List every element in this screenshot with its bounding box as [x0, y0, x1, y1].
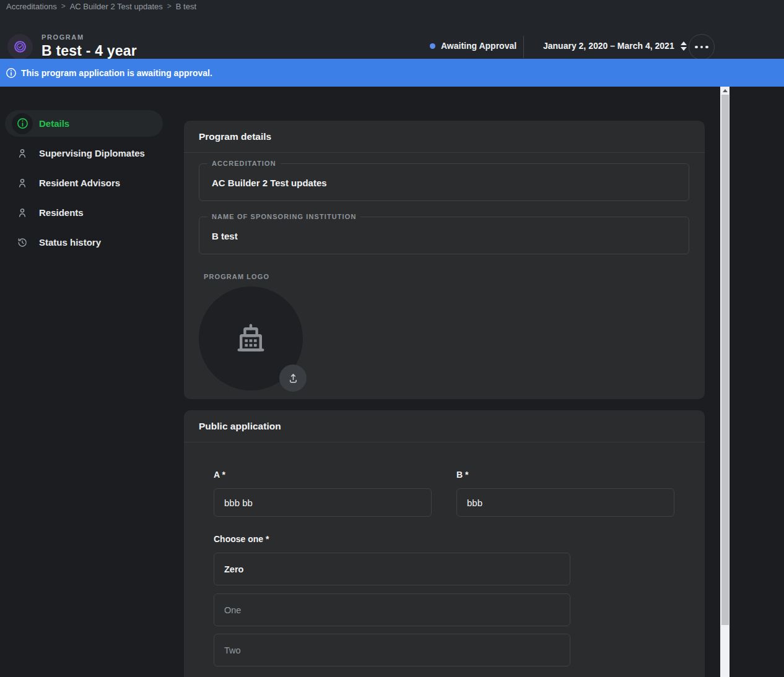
sidebar-item-residents[interactable]: Residents [5, 199, 163, 226]
sidebar-item-label: Residents [39, 207, 84, 218]
upload-logo-button[interactable] [279, 364, 307, 392]
field-label: ACCREDITATION [207, 160, 281, 167]
field-b-label: B * [456, 470, 468, 480]
person-icon [12, 173, 33, 194]
top-bar: Accreditations > AC Builder 2 Test updat… [0, 0, 784, 12]
scrollbar-thumb[interactable] [721, 95, 729, 625]
sidebar-item-label: Status history [39, 237, 101, 248]
sidebar-item-label: Details [39, 118, 69, 129]
badge-icon [13, 40, 27, 54]
choose-one-option-two[interactable]: Two [214, 634, 570, 666]
person-icon [12, 202, 33, 223]
card-title: Program details [199, 131, 271, 142]
approval-banner: This program application is awaiting app… [0, 59, 784, 87]
program-logo-label: PROGRAM LOGO [204, 273, 269, 280]
accreditation-field[interactable]: ACCREDITATION AC Builder 2 Test updates [199, 163, 689, 201]
card-header: Public application [184, 410, 705, 442]
sponsoring-institution-field[interactable]: NAME OF SPONSORING INSTITUTION B test [199, 217, 689, 254]
choose-one-label: Choose one * [214, 534, 269, 544]
field-b-input[interactable]: bbb [456, 488, 674, 517]
field-value: B test [212, 230, 238, 241]
more-actions-button[interactable] [689, 34, 715, 60]
breadcrumb-current: B test [176, 2, 196, 11]
choose-one-option-one[interactable]: One [214, 593, 570, 626]
field-label: NAME OF SPONSORING INSTITUTION [207, 213, 360, 220]
sidebar-item-status-history[interactable]: Status history [5, 229, 163, 256]
breadcrumb-accreditation-name[interactable]: AC Builder 2 Test updates [70, 2, 163, 11]
history-icon [12, 232, 33, 253]
upload-icon [287, 373, 299, 384]
program-avatar [7, 34, 33, 59]
sidebar-item-details[interactable]: Details [5, 110, 163, 137]
vertical-scrollbar[interactable] [720, 87, 730, 677]
building-icon [230, 318, 271, 359]
page-header: PROGRAM B test - 4 year Awaiting Approva… [0, 12, 784, 59]
choose-one-option-zero[interactable]: Zero [214, 553, 570, 585]
banner-message: This program application is awaiting app… [21, 68, 212, 78]
date-range-selector[interactable]: January 2, 2020 – March 4, 2021 [543, 41, 687, 51]
page-title: B test - 4 year [41, 43, 137, 59]
scrollbar-up-arrow[interactable] [720, 87, 730, 95]
program-type-label: PROGRAM [41, 33, 137, 41]
field-value: AC Builder 2 Test updates [212, 177, 327, 188]
public-application-card: Public application A * B * bbb bb bbb Ch… [184, 410, 705, 677]
breadcrumb: Accreditations > AC Builder 2 Test updat… [6, 2, 196, 11]
date-range-label: January 2, 2020 – March 4, 2021 [543, 41, 674, 51]
status-dot-icon [430, 43, 435, 49]
breadcrumb-separator: > [61, 2, 66, 11]
breadcrumb-separator: > [167, 2, 172, 11]
field-a-input[interactable]: bbb bb [214, 488, 432, 517]
status-label: Awaiting Approval [441, 41, 516, 51]
ellipsis-icon [695, 46, 698, 49]
chevron-updown-icon [681, 41, 687, 51]
field-a-label: A * [214, 470, 225, 480]
status-badge: Awaiting Approval [430, 41, 516, 51]
main-content: Details Supervising Diplomates Resident … [0, 87, 784, 677]
card-header: Program details [184, 121, 705, 153]
sidebar-item-label: Supervising Diplomates [39, 148, 145, 158]
sidebar-item-label: Resident Advisors [39, 178, 120, 188]
sidebar-item-resident-advisors[interactable]: Resident Advisors [5, 170, 163, 196]
program-details-card: Program details ACCREDITATION AC Builder… [184, 121, 705, 399]
person-icon [12, 143, 33, 164]
info-icon [12, 113, 33, 134]
breadcrumb-accreditations[interactable]: Accreditations [6, 2, 57, 11]
header-divider [523, 36, 524, 58]
card-title: Public application [199, 421, 281, 432]
info-icon [6, 67, 17, 79]
section-sidebar: Details Supervising Diplomates Resident … [5, 110, 163, 256]
sidebar-item-supervising-diplomates[interactable]: Supervising Diplomates [5, 140, 163, 166]
